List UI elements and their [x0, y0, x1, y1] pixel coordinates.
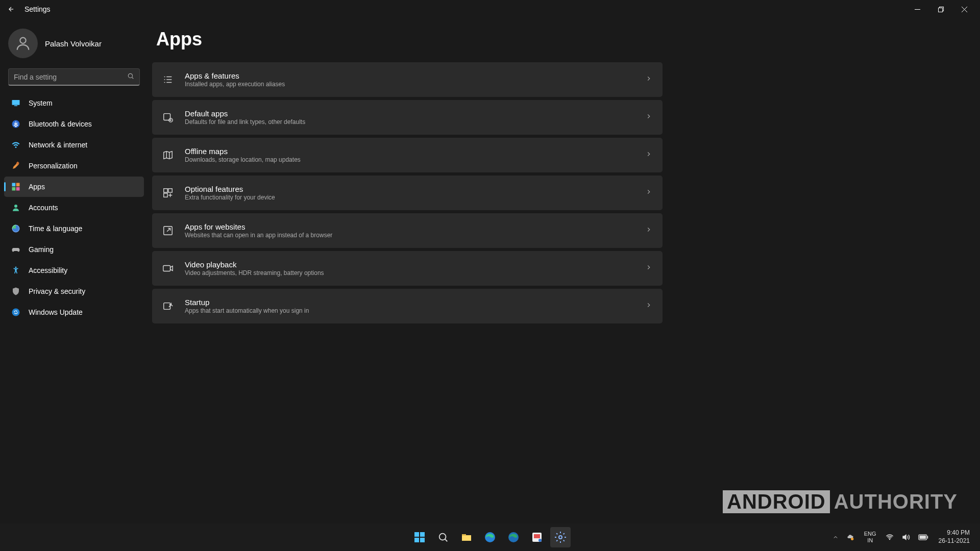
sidebar-item-gaming[interactable]: Gaming [4, 239, 144, 260]
card-content: Offline maps Downloads, storage location… [185, 147, 634, 163]
language-secondary: IN [867, 537, 873, 544]
settings-card-apps-features[interactable]: Apps & features Installed apps, app exec… [152, 62, 663, 97]
user-section[interactable]: Palash Volvoikar [0, 24, 148, 68]
svg-point-55 [559, 536, 562, 539]
svg-rect-42 [164, 303, 170, 310]
language-button[interactable]: ENG IN [861, 531, 879, 544]
svg-line-39 [167, 228, 170, 231]
card-content: Default apps Defaults for file and link … [185, 109, 634, 126]
watermark-text: AUTHORITY [834, 490, 958, 513]
nav-label: Windows Update [29, 308, 83, 316]
file-explorer-button[interactable] [456, 527, 477, 547]
startup-icon [162, 300, 174, 312]
close-button[interactable] [952, 2, 976, 16]
settings-card-websites[interactable]: Apps for websites Websites that can open… [152, 213, 663, 248]
minimize-button[interactable] [905, 2, 929, 16]
clock[interactable]: 9:40 PM 26-11-2021 [935, 529, 974, 545]
sidebar-item-privacy[interactable]: Privacy & security [4, 281, 144, 302]
default-apps-icon [162, 112, 174, 123]
apps-features-icon [162, 74, 174, 85]
chevron-right-icon [645, 151, 652, 160]
card-title: Startup [185, 298, 634, 307]
card-subtitle: Websites that can open in an app instead… [185, 232, 634, 239]
svg-point-51 [508, 532, 519, 542]
svg-rect-45 [414, 538, 419, 542]
chevron-right-icon [645, 264, 652, 273]
onedrive-icon[interactable] [845, 533, 857, 541]
svg-rect-16 [12, 187, 16, 191]
settings-taskbar-button[interactable] [550, 527, 571, 547]
sidebar-item-accounts[interactable]: Accounts [4, 197, 144, 218]
avatar [8, 29, 38, 58]
snipping-tool-button[interactable] [527, 527, 547, 547]
video-icon [162, 263, 174, 274]
back-button[interactable] [4, 2, 18, 16]
svg-marker-41 [170, 266, 173, 270]
card-subtitle: Downloads, storage location, map updates [185, 156, 634, 163]
search-taskbar-button[interactable] [433, 527, 453, 547]
nav-label: Apps [29, 183, 45, 191]
edge-button[interactable] [480, 527, 500, 547]
card-title: Offline maps [185, 147, 634, 156]
maximize-button[interactable] [929, 2, 952, 16]
privacy-icon [11, 287, 20, 296]
sidebar-item-accessibility[interactable]: Accessibility [4, 260, 144, 281]
sidebar-item-system[interactable]: System [4, 93, 144, 113]
sidebar-item-personalization[interactable]: Personalization [4, 156, 144, 176]
search-input[interactable] [14, 73, 127, 81]
battery-icon[interactable] [916, 534, 930, 540]
settings-card-startup[interactable]: Startup Apps that start automatically wh… [152, 289, 663, 323]
chevron-right-icon [645, 226, 652, 235]
nav-label: Accounts [29, 204, 58, 212]
volume-icon[interactable] [900, 533, 912, 541]
svg-rect-1 [915, 9, 920, 10]
sidebar-item-update[interactable]: Windows Update [4, 302, 144, 322]
svg-marker-58 [903, 535, 906, 539]
watermark: ANDROID AUTHORITY [723, 490, 958, 513]
svg-rect-35 [164, 193, 167, 197]
settings-card-video[interactable]: Video playback Video adjustments, HDR st… [152, 251, 663, 286]
wifi-icon [11, 140, 20, 149]
edge-dev-button[interactable] [503, 527, 524, 547]
card-title: Apps for websites [185, 222, 634, 231]
tray-chevron-icon[interactable] [830, 534, 841, 540]
window-controls [905, 2, 976, 16]
window-title: Settings [24, 5, 51, 13]
sidebar-item-time[interactable]: Time & language [4, 218, 144, 239]
svg-point-12 [15, 146, 17, 148]
sidebar-item-bluetooth[interactable]: Bluetooth & devices [4, 114, 144, 134]
svg-point-22 [12, 309, 20, 316]
card-title: Video playback [185, 260, 634, 269]
nav-label: Network & internet [29, 141, 87, 149]
settings-card-maps[interactable]: Offline maps Downloads, storage location… [152, 138, 663, 172]
taskbar-center [409, 527, 571, 547]
wifi-icon[interactable] [884, 533, 896, 541]
start-button[interactable] [409, 527, 430, 547]
svg-rect-10 [14, 106, 17, 107]
search-box[interactable] [8, 68, 140, 86]
svg-point-21 [15, 267, 17, 268]
svg-point-7 [128, 73, 132, 78]
svg-rect-53 [534, 534, 540, 538]
card-subtitle: Apps that start automatically when you s… [185, 307, 634, 314]
svg-rect-15 [16, 183, 20, 187]
clock-time: 9:40 PM [947, 529, 970, 537]
sidebar-item-apps[interactable]: Apps [4, 177, 144, 197]
card-content: Video playback Video adjustments, HDR st… [185, 260, 634, 277]
svg-point-18 [14, 205, 17, 208]
language-primary: ENG [864, 531, 876, 537]
nav-label: System [29, 99, 53, 107]
sidebar-item-wifi[interactable]: Network & internet [4, 135, 144, 155]
settings-card-default-apps[interactable]: Default apps Defaults for file and link … [152, 100, 663, 135]
settings-card-optional[interactable]: Optional features Extra functionality fo… [152, 176, 663, 210]
svg-line-8 [132, 77, 133, 79]
svg-rect-34 [168, 189, 172, 192]
bluetooth-icon [11, 119, 20, 129]
card-content: Optional features Extra functionality fo… [185, 185, 634, 201]
personalization-icon [11, 161, 20, 170]
sidebar: Palash Volvoikar System Bluetooth & devi… [0, 18, 148, 523]
main-container: Palash Volvoikar System Bluetooth & devi… [0, 18, 980, 523]
optional-icon [162, 187, 174, 198]
svg-rect-14 [12, 183, 16, 187]
clock-date: 26-11-2021 [939, 537, 970, 545]
